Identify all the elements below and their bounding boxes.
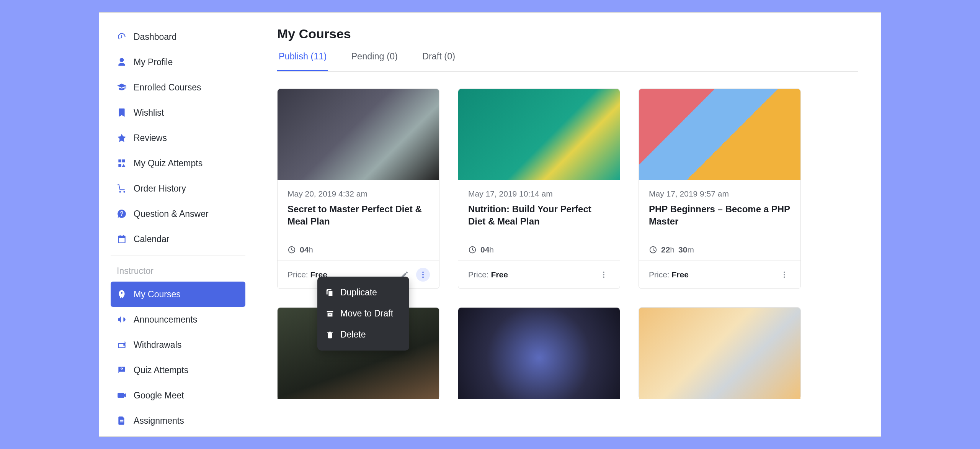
course-duration: 04h: [468, 245, 610, 257]
sidebar-item-label: Quiz Attempts: [134, 365, 188, 375]
menu-item-copy[interactable]: Duplicate: [317, 282, 409, 303]
sidebar-item-question[interactable]: Quiz Attempts: [111, 357, 245, 383]
svg-point-10: [603, 274, 604, 275]
course-title[interactable]: Nutrition: Build Your Perfect Diet & Mea…: [468, 203, 610, 228]
sidebar-student-list: DashboardMy ProfileEnrolled CoursesWishl…: [99, 24, 257, 252]
course-thumbnail[interactable]: [639, 89, 800, 180]
course-card: [639, 307, 801, 399]
svg-line-8: [472, 250, 474, 251]
doc-icon: [117, 416, 127, 426]
sidebar-item-label: Announcements: [134, 315, 197, 325]
main-content: My Courses Publish (11)Pending (0)Draft …: [257, 13, 881, 436]
course-date: May 17, 2019 10:14 am: [468, 189, 610, 198]
svg-line-14: [653, 250, 655, 251]
course-thumbnail[interactable]: [458, 89, 620, 180]
clock-icon: [649, 246, 657, 254]
course-price: Price: Free: [649, 270, 689, 279]
sidebar-item-label: Withdrawals: [134, 340, 181, 350]
course-duration: 04h: [287, 245, 429, 257]
more-button[interactable]: [777, 268, 791, 282]
svg-point-16: [784, 274, 785, 275]
course-thumbnail[interactable]: [458, 308, 620, 399]
sidebar-item-label: My Courses: [134, 289, 181, 300]
user-icon: [117, 57, 127, 67]
sidebar-item-rocket[interactable]: My Courses: [111, 282, 245, 307]
menu-item-trash[interactable]: Delete: [317, 324, 409, 345]
sidebar-section-instructor: Instructor: [99, 263, 257, 282]
course-card: [458, 307, 620, 399]
course-card: May 17, 2019 9:57 amPHP Beginners – Beco…: [639, 88, 801, 289]
sidebar: DashboardMy ProfileEnrolled CoursesWishl…: [99, 13, 257, 436]
course-title[interactable]: PHP Beginners – Become a PHP Master: [649, 203, 791, 228]
wallet-icon: [117, 340, 127, 350]
course-card-footer: Price: Free: [458, 261, 620, 288]
sidebar-item-label: Wishlist: [134, 108, 164, 118]
sidebar-item-label: Enrolled Courses: [134, 82, 201, 93]
svg-point-9: [603, 272, 604, 273]
sidebar-item-label: Order History: [134, 184, 186, 194]
clock-icon: [468, 246, 477, 254]
svg-point-5: [422, 277, 424, 278]
sidebar-item-doc[interactable]: Assignments: [111, 408, 245, 433]
sidebar-item-quiz[interactable]: My Quiz Attempts: [111, 151, 245, 176]
svg-point-3: [422, 272, 424, 273]
course-card-body: May 17, 2019 10:14 amNutrition: Build Yo…: [458, 180, 620, 261]
sidebar-item-star[interactable]: Reviews: [111, 125, 245, 151]
gauge-icon: [117, 32, 127, 42]
sidebar-item-graduation[interactable]: Enrolled Courses: [111, 75, 245, 100]
course-context-menu: DuplicateMove to DraftDelete: [317, 277, 409, 351]
svg-point-17: [784, 277, 785, 278]
clock-icon: [287, 246, 296, 254]
course-title[interactable]: Secret to Master Perfect Diet & Meal Pla…: [287, 203, 429, 228]
tab[interactable]: Draft (0): [421, 51, 457, 71]
sidebar-item-label: Calendar: [134, 234, 169, 244]
sidebar-item-wallet[interactable]: Withdrawals: [111, 332, 245, 357]
tab[interactable]: Publish (11): [277, 51, 328, 71]
course-grid: May 20, 2019 4:32 amSecret to Master Per…: [277, 88, 858, 399]
sidebar-item-video[interactable]: Google Meet: [111, 383, 245, 408]
sidebar-item-qa[interactable]: Question & Answer: [111, 201, 245, 226]
sidebar-item-label: My Quiz Attempts: [134, 158, 203, 169]
question-icon: [117, 365, 127, 375]
tabs: Publish (11)Pending (0)Draft (0): [277, 51, 858, 72]
course-card-footer: Price: Free: [639, 261, 800, 288]
sidebar-item-user[interactable]: My Profile: [111, 49, 245, 75]
more-button[interactable]: [416, 268, 430, 282]
menu-item-archive[interactable]: Move to Draft: [317, 303, 409, 324]
course-duration: 22h30m: [649, 245, 791, 257]
course-card: May 17, 2019 10:14 amNutrition: Build Yo…: [458, 88, 620, 289]
sidebar-item-label: Dashboard: [134, 32, 177, 42]
graduation-icon: [117, 82, 127, 92]
qa-icon: [117, 209, 127, 219]
sidebar-item-bookmark[interactable]: Wishlist: [111, 100, 245, 125]
course-card-body: May 20, 2019 4:32 amSecret to Master Per…: [278, 180, 439, 261]
sidebar-item-label: Google Meet: [134, 390, 184, 401]
course-thumbnail[interactable]: [639, 308, 800, 399]
sidebar-item-calendar[interactable]: Calendar: [111, 226, 245, 252]
star-icon: [117, 133, 127, 143]
course-date: May 20, 2019 4:32 am: [287, 189, 429, 198]
sidebar-item-label: Assignments: [134, 416, 184, 426]
sidebar-instructor-list: My CoursesAnnouncementsWithdrawalsQuiz A…: [99, 282, 257, 433]
svg-line-2: [292, 250, 293, 251]
sidebar-item-cart[interactable]: Order History: [111, 176, 245, 201]
calendar-icon: [117, 234, 127, 244]
more-button[interactable]: [597, 268, 611, 282]
sidebar-item-gauge[interactable]: Dashboard: [111, 24, 245, 49]
tab[interactable]: Pending (0): [350, 51, 399, 71]
app-window: DashboardMy ProfileEnrolled CoursesWishl…: [99, 12, 881, 437]
sidebar-divider: [111, 256, 245, 256]
bookmark-icon: [117, 108, 127, 118]
rocket-icon: [117, 289, 127, 299]
course-date: May 17, 2019 9:57 am: [649, 189, 791, 198]
cart-icon: [117, 184, 127, 193]
course-card-body: May 17, 2019 9:57 amPHP Beginners – Beco…: [639, 180, 800, 261]
sidebar-item-label: Reviews: [134, 133, 167, 143]
svg-point-4: [422, 274, 424, 275]
video-icon: [117, 390, 127, 400]
course-card: May 20, 2019 4:32 amSecret to Master Per…: [277, 88, 439, 289]
svg-point-15: [784, 272, 785, 273]
svg-point-11: [603, 277, 604, 278]
sidebar-item-megaphone[interactable]: Announcements: [111, 307, 245, 332]
course-thumbnail[interactable]: [278, 89, 439, 180]
